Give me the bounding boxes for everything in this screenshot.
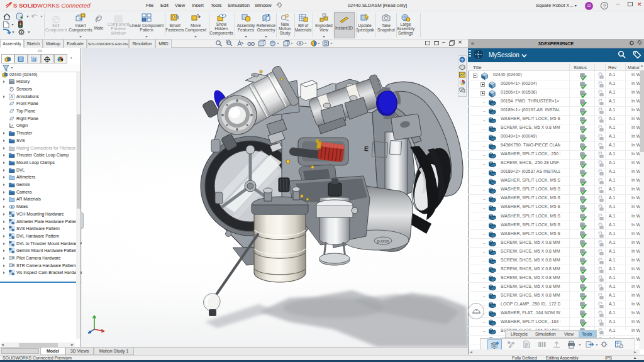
svg-text:E: E xyxy=(364,145,369,152)
svg-text:D-XXXX: D-XXXX xyxy=(377,239,389,243)
svg-text:A: A xyxy=(10,94,13,99)
